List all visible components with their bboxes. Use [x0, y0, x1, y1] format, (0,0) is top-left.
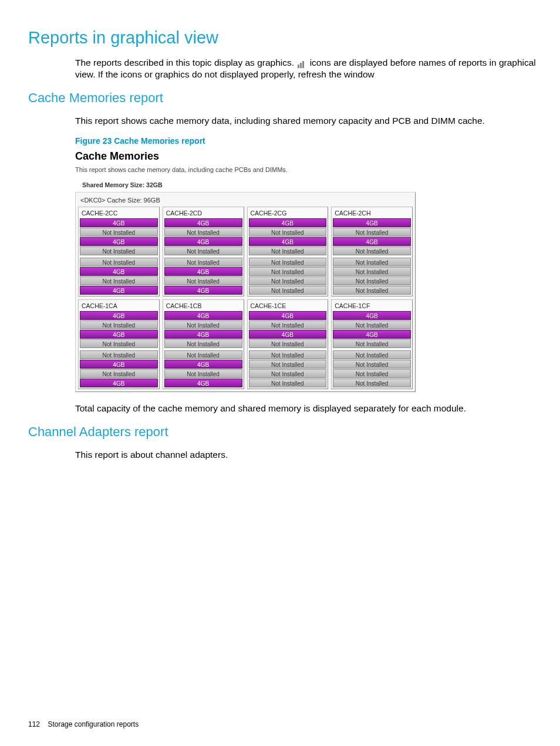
cache-block: CACHE-1CE4GBNot Installed4GBNot Installe…: [247, 299, 329, 389]
svg-rect-0: [298, 65, 299, 68]
dimm-slot-filled: 4GB: [249, 237, 327, 246]
dimm-slot-filled: 4GB: [164, 360, 242, 369]
dimm-slot-empty: Not Installed: [164, 350, 242, 359]
slot-group: Not InstalledNot InstalledNot InstalledN…: [333, 258, 411, 295]
dimm-slot-filled: 4GB: [80, 286, 158, 295]
cache-block-label: CACHE-2CD: [164, 208, 242, 218]
dimm-slot-filled: 4GB: [249, 330, 327, 339]
dimm-slot-empty: Not Installed: [164, 258, 242, 266]
dimm-slot-filled: 4GB: [80, 237, 158, 246]
cache-row: CACHE-1CA4GBNot Installed4GBNot Installe…: [78, 299, 413, 389]
slot-group: 4GBNot Installed4GBNot Installed: [249, 311, 327, 348]
dimm-slot-filled: 4GB: [80, 267, 158, 276]
slot-group: Not Installed4GBNot Installed4GB: [80, 350, 158, 387]
cache-block: CACHE-2CH4GBNot Installed4GBNot Installe…: [331, 207, 413, 296]
slot-group: 4GBNot Installed4GBNot Installed: [164, 311, 242, 348]
dimm-slot-filled: 4GB: [80, 379, 158, 387]
dkc-box: <DKC0> Cache Size: 96GB CACHE-2CC4GBNot …: [75, 192, 416, 392]
cache-block: CACHE-2CC4GBNot Installed4GBNot Installe…: [78, 207, 160, 296]
dimm-slot-empty: Not Installed: [249, 339, 327, 348]
shared-memory-size: Shared Memory Size: 32GB: [82, 181, 427, 188]
dimm-slot-empty: Not Installed: [333, 379, 411, 387]
dimm-slot-empty: Not Installed: [164, 228, 242, 237]
dimm-slot-empty: Not Installed: [333, 267, 411, 276]
slot-group: 4GBNot Installed4GBNot Installed: [80, 311, 158, 348]
cache-block-label: CACHE-2CC: [80, 208, 158, 218]
dimm-slot-empty: Not Installed: [249, 276, 327, 285]
cache-block: CACHE-2CG4GBNot Installed4GBNot Installe…: [247, 207, 329, 296]
dimm-slot-empty: Not Installed: [249, 350, 327, 359]
paragraph-reports-intro: The reports described in this topic disp…: [75, 57, 537, 82]
dimm-slot-empty: Not Installed: [333, 286, 411, 295]
cache-block-label: CACHE-1CE: [249, 301, 327, 311]
paragraph-cache-desc: This report shows cache memory data, inc…: [75, 115, 537, 127]
slot-group: Not Installed4GBNot Installed4GB: [164, 258, 242, 295]
cache-block-label: CACHE-1CB: [164, 301, 242, 311]
dimm-slot-empty: Not Installed: [164, 320, 242, 329]
heading-cache-memories-report: Cache Memories report: [28, 90, 537, 106]
dimm-slot-filled: 4GB: [164, 311, 242, 320]
dimm-slot-filled: 4GB: [164, 330, 242, 339]
dimm-slot-empty: Not Installed: [333, 258, 411, 266]
dimm-slot-empty: Not Installed: [249, 360, 327, 369]
dimm-slot-filled: 4GB: [333, 311, 411, 320]
heading-channel-adapters: Channel Adapters report: [28, 424, 537, 440]
dimm-slot-empty: Not Installed: [333, 369, 411, 378]
svg-rect-1: [300, 63, 302, 68]
dimm-slot-empty: Not Installed: [80, 228, 158, 237]
paragraph-total-capacity: Total capacity of the cache memory and s…: [75, 403, 537, 415]
cache-block: CACHE-1CA4GBNot Installed4GBNot Installe…: [78, 299, 160, 389]
dimm-slot-filled: 4GB: [249, 311, 327, 320]
para1-part-a: The reports described in this topic disp…: [75, 58, 296, 67]
dimm-slot-empty: Not Installed: [333, 350, 411, 359]
slot-group: Not Installed4GBNot Installed4GB: [164, 350, 242, 387]
dimm-slot-empty: Not Installed: [249, 369, 327, 378]
dimm-slot-empty: Not Installed: [80, 369, 158, 378]
dimm-slot-filled: 4GB: [333, 237, 411, 246]
dimm-slot-empty: Not Installed: [333, 276, 411, 285]
dimm-slot-filled: 4GB: [164, 237, 242, 246]
paragraph-channel-desc: This report is about channel adapters.: [75, 449, 537, 461]
cache-row: CACHE-2CC4GBNot Installed4GBNot Installe…: [78, 207, 413, 296]
cache-block-label: CACHE-1CA: [80, 301, 158, 311]
dimm-slot-filled: 4GB: [333, 218, 411, 227]
slot-group: 4GBNot Installed4GBNot Installed: [249, 218, 327, 255]
cache-block: CACHE-1CB4GBNot Installed4GBNot Installe…: [163, 299, 244, 389]
slot-group: 4GBNot Installed4GBNot Installed: [80, 218, 158, 255]
dimm-slot-empty: Not Installed: [164, 369, 242, 378]
heading-reports-graphical: Reports in graphical view: [28, 28, 537, 48]
dimm-slot-filled: 4GB: [164, 267, 242, 276]
dimm-slot-empty: Not Installed: [164, 339, 242, 348]
slot-group: Not InstalledNot InstalledNot InstalledN…: [249, 350, 327, 387]
figure-label: Figure 23 Cache Memories report: [75, 136, 537, 146]
dimm-slot-filled: 4GB: [80, 311, 158, 320]
svg-rect-2: [302, 61, 304, 68]
dimm-slot-filled: 4GB: [164, 379, 242, 387]
dimm-slot-empty: Not Installed: [249, 228, 327, 237]
dimm-slot-empty: Not Installed: [80, 350, 158, 359]
cache-block-label: CACHE-2CH: [333, 208, 411, 218]
slot-group: Not InstalledNot InstalledNot InstalledN…: [249, 258, 327, 295]
dimm-slot-empty: Not Installed: [249, 286, 327, 295]
slot-group: 4GBNot Installed4GBNot Installed: [333, 218, 411, 255]
dimm-slot-filled: 4GB: [249, 218, 327, 227]
dimm-slot-filled: 4GB: [80, 330, 158, 339]
dimm-slot-empty: Not Installed: [333, 247, 411, 255]
dimm-slot-empty: Not Installed: [249, 379, 327, 387]
panel-title: Cache Memories: [75, 150, 427, 163]
dimm-slot-filled: 4GB: [80, 218, 158, 227]
cache-block-label: CACHE-2CG: [249, 208, 327, 218]
dimm-slot-empty: Not Installed: [333, 320, 411, 329]
slot-group: Not InstalledNot InstalledNot InstalledN…: [333, 350, 411, 387]
slot-group: 4GBNot Installed4GBNot Installed: [333, 311, 411, 348]
cache-block: CACHE-1CF4GBNot Installed4GBNot Installe…: [331, 299, 413, 389]
cache-block: CACHE-2CD4GBNot Installed4GBNot Installe…: [163, 207, 244, 296]
dimm-slot-filled: 4GB: [80, 360, 158, 369]
dimm-slot-empty: Not Installed: [333, 228, 411, 237]
dimm-slot-empty: Not Installed: [80, 276, 158, 285]
dimm-slot-filled: 4GB: [164, 286, 242, 295]
slot-group: 4GBNot Installed4GBNot Installed: [164, 218, 242, 255]
dimm-slot-empty: Not Installed: [80, 320, 158, 329]
dimm-slot-empty: Not Installed: [164, 276, 242, 285]
cache-memories-panel: Cache Memories This report shows cache m…: [75, 150, 427, 392]
